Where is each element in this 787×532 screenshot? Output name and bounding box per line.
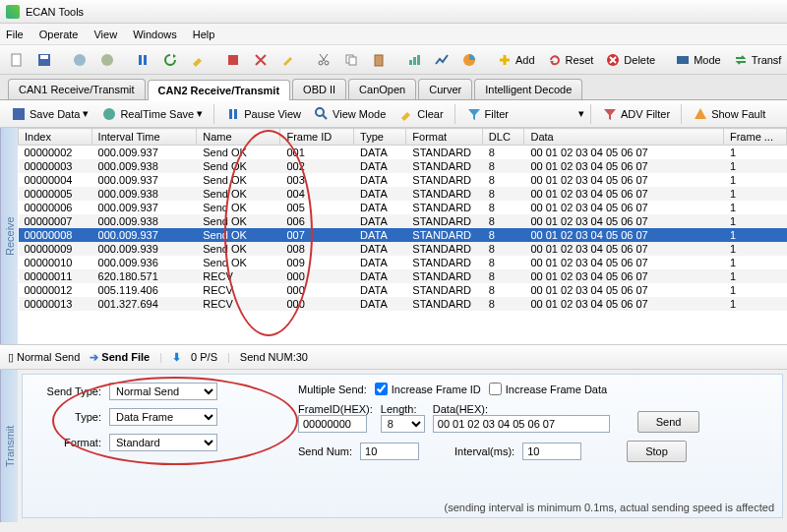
save-data-button[interactable]: Save Data ▾ bbox=[6, 103, 93, 125]
filter-button[interactable]: Filter bbox=[461, 103, 514, 125]
cell-dlc: 8 bbox=[482, 214, 524, 228]
menu-view[interactable]: View bbox=[93, 29, 117, 40]
adv-filter-button[interactable]: ADV Filter bbox=[597, 103, 675, 125]
tab-curver[interactable]: Curver bbox=[418, 79, 472, 99]
separator bbox=[454, 104, 455, 124]
cell-dlc: 8 bbox=[482, 146, 524, 160]
menu-operate[interactable]: Operate bbox=[39, 29, 79, 40]
svg-rect-7 bbox=[228, 55, 238, 65]
tab-can1[interactable]: CAN1 Receive/Transmit bbox=[8, 79, 146, 99]
copy-button[interactable] bbox=[338, 49, 364, 71]
table-row[interactable]: 00000010000.009.936Send OK009DATASTANDAR… bbox=[19, 256, 787, 269]
send-num-input[interactable] bbox=[360, 443, 419, 460]
column-header[interactable]: Data bbox=[524, 129, 724, 146]
cell-name: Send OK bbox=[197, 146, 280, 160]
svg-point-4 bbox=[101, 54, 113, 66]
cell-data: 00 01 02 03 04 05 06 07 bbox=[524, 297, 724, 311]
save-button[interactable] bbox=[31, 49, 57, 71]
send-button[interactable]: Send bbox=[637, 411, 700, 433]
cell-name: Send OK bbox=[197, 173, 280, 187]
menu-windows[interactable]: Windows bbox=[133, 29, 177, 40]
add-button[interactable]: Add bbox=[492, 49, 540, 71]
send-type-select[interactable]: Normal Send bbox=[109, 383, 217, 400]
send-num-label: Send Num: bbox=[298, 445, 352, 457]
tab-intelligent-decode[interactable]: Intelligent Decode bbox=[474, 79, 582, 99]
table-row[interactable]: 00000013001.327.694RECV000DATASTANDARD80… bbox=[19, 297, 787, 311]
realtime-save-button[interactable]: RealTime Save ▾ bbox=[96, 103, 208, 125]
tool-stop-button[interactable] bbox=[220, 49, 246, 71]
cell-idx: 00000013 bbox=[19, 297, 92, 311]
delete-button[interactable]: Delete bbox=[600, 49, 660, 71]
column-header[interactable]: DLC bbox=[482, 129, 524, 146]
table-row[interactable]: 00000004000.009.937Send OK003DATASTANDAR… bbox=[19, 173, 787, 187]
column-header[interactable]: Interval Time bbox=[91, 129, 197, 146]
vertical-tab-receive[interactable]: Receive bbox=[0, 128, 18, 344]
table-row[interactable]: 00000003000.009.938Send OK002DATASTANDAR… bbox=[19, 159, 787, 173]
send-file-button[interactable]: ➔ Send File bbox=[90, 351, 150, 364]
vertical-tab-transmit[interactable]: Transmit bbox=[0, 370, 18, 522]
clear-brush-button[interactable] bbox=[185, 49, 211, 71]
transfer-button[interactable]: Transf bbox=[728, 49, 787, 71]
table-row[interactable]: 00000012005.119.406RECV000DATASTANDARD80… bbox=[19, 283, 787, 297]
table-row[interactable]: 00000002000.009.937Send OK001DATASTANDAR… bbox=[19, 146, 787, 160]
show-fault-button[interactable]: Show Fault bbox=[688, 103, 770, 125]
column-header[interactable]: Format bbox=[406, 129, 482, 146]
normal-send-mode[interactable]: ▯ Normal Send bbox=[8, 351, 80, 364]
cell-idx: 00000010 bbox=[19, 256, 92, 269]
cell-int: 000.009.939 bbox=[91, 242, 197, 256]
format-select[interactable]: Standard bbox=[109, 434, 217, 451]
paste-button[interactable] bbox=[366, 49, 392, 71]
cell-fr: 1 bbox=[723, 201, 786, 214]
chart-b-button[interactable] bbox=[429, 49, 454, 71]
svg-rect-19 bbox=[13, 108, 25, 120]
column-header[interactable]: Name bbox=[197, 129, 280, 146]
length-select[interactable]: 8 bbox=[381, 415, 425, 433]
cell-dlc: 8 bbox=[482, 187, 524, 201]
device-a-button[interactable] bbox=[67, 49, 92, 71]
svg-rect-18 bbox=[677, 56, 689, 64]
column-header[interactable]: Type bbox=[354, 129, 406, 146]
stop-button[interactable]: Stop bbox=[627, 441, 687, 462]
view-mode-button[interactable]: View Mode bbox=[309, 103, 391, 125]
increase-frame-id-checkbox[interactable]: Increase Frame ID bbox=[375, 383, 481, 395]
table-row[interactable]: 00000008000.009.937Send OK007DATASTANDAR… bbox=[19, 228, 787, 242]
pause-button[interactable] bbox=[130, 49, 155, 71]
tab-canopen[interactable]: CanOpen bbox=[348, 79, 416, 99]
frameid-input[interactable] bbox=[298, 415, 367, 433]
table-row[interactable]: 00000009000.009.939Send OK008DATASTANDAR… bbox=[19, 242, 787, 256]
tool-cut-button[interactable] bbox=[248, 49, 273, 71]
clear-button[interactable]: Clear bbox=[394, 103, 448, 125]
tab-can2[interactable]: CAN2 Receive/Transmit bbox=[148, 80, 291, 100]
cell-int: 000.009.938 bbox=[91, 214, 197, 228]
table-row[interactable]: 00000007000.009.938Send OK006DATASTANDAR… bbox=[19, 214, 787, 228]
menu-help[interactable]: Help bbox=[193, 29, 215, 40]
increase-frame-data-checkbox[interactable]: Increase Frame Data bbox=[489, 383, 607, 395]
cell-fmt: STANDARD bbox=[406, 256, 482, 269]
tool-edit-button[interactable] bbox=[275, 49, 301, 71]
interval-input[interactable] bbox=[522, 443, 581, 460]
pause-view-button[interactable]: Pause View bbox=[220, 103, 306, 125]
column-header[interactable]: Frame ... bbox=[723, 129, 786, 146]
tab-obd2[interactable]: OBD II bbox=[292, 79, 346, 99]
datahex-input[interactable] bbox=[433, 415, 610, 433]
column-header[interactable]: Frame ID bbox=[280, 129, 354, 146]
new-button[interactable] bbox=[4, 49, 30, 71]
menu-file[interactable]: File bbox=[6, 29, 24, 40]
cell-fid: 009 bbox=[280, 256, 354, 269]
table-row[interactable]: 00000011620.180.571RECV000DATASTANDARD80… bbox=[19, 269, 787, 283]
type-select[interactable]: Data Frame bbox=[109, 408, 217, 426]
cell-fr: 1 bbox=[723, 228, 786, 242]
mode-button[interactable]: Mode bbox=[670, 49, 726, 71]
refresh-button[interactable] bbox=[157, 49, 183, 71]
multiple-send-label: Multiple Send: bbox=[298, 384, 367, 395]
table-row[interactable]: 00000005000.009.938Send OK004DATASTANDAR… bbox=[19, 187, 787, 201]
data-grid[interactable]: IndexInterval TimeNameFrame IDTypeFormat… bbox=[18, 128, 787, 344]
device-b-button[interactable] bbox=[94, 49, 120, 71]
table-row[interactable]: 00000006000.009.937Send OK005DATASTANDAR… bbox=[19, 201, 787, 214]
cell-fr: 1 bbox=[723, 297, 786, 311]
column-header[interactable]: Index bbox=[19, 129, 92, 146]
chart-a-button[interactable] bbox=[401, 49, 427, 71]
scissors-button[interactable] bbox=[311, 49, 336, 71]
reset-button[interactable]: Reset bbox=[542, 49, 599, 71]
chart-c-button[interactable] bbox=[456, 49, 482, 71]
